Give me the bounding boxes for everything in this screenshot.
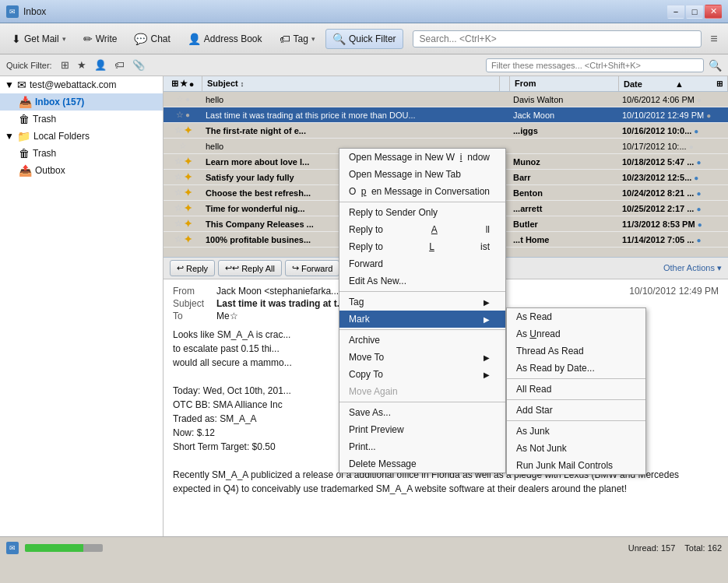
star-empty: ☆ [174, 125, 182, 135]
subject-value: Last time it was trading at t... [216, 298, 345, 309]
star-filled: ✦ [184, 218, 192, 230]
reply-all-button[interactable]: ↩↩ Reply All [218, 260, 282, 276]
status-icon: ✉ [6, 542, 19, 554]
col-header-date[interactable]: Date ▲ ⊞ [619, 76, 728, 91]
titlebar: ✉ Inbox − □ ✕ [0, 0, 728, 23]
get-mail-button[interactable]: ⬇ Get Mail ▾ [5, 29, 73, 49]
ctx-print-preview[interactable]: Print Preview [339, 421, 505, 438]
window-title: Inbox [23, 6, 46, 17]
filter-messages-input[interactable] [486, 58, 704, 72]
forward-icon: ↪ [292, 263, 299, 273]
trash-account-icon: 🗑 [19, 113, 30, 125]
local-folders-label: Local Folders [33, 131, 90, 142]
quick-filter-button[interactable]: 🔍 Quick Filter [325, 29, 403, 49]
mark-submenu: As Read As Unread Thread As Read As Read… [506, 307, 646, 475]
ctx-reply-list[interactable]: Reply to List [339, 238, 505, 255]
chat-button[interactable]: 💬 Chat [127, 29, 177, 49]
row-flags: ☆ ✦ [164, 216, 202, 231]
ctx-copy-to[interactable]: Copy To ▶ [339, 366, 505, 383]
ctx-tag[interactable]: Tag ▶ [339, 293, 505, 311]
ctx-print[interactable]: Print... [339, 438, 505, 455]
email-row[interactable]: ☆ ● hello Davis Walton 10/6/2012 4:06 PM… [164, 92, 728, 107]
col-header-pin [500, 76, 510, 91]
ctx-save-as[interactable]: Save As... [339, 404, 505, 421]
mark-as-junk[interactable]: As Junk [507, 423, 645, 440]
ctx-edit-as-new[interactable]: Edit As New... [339, 272, 505, 290]
toolbar-menu-button[interactable]: ≡ [705, 29, 723, 49]
sidebar-outbox[interactable]: 📤 Outbox [0, 162, 163, 179]
unread-count: Unread: 157 [628, 543, 676, 553]
qf-tag-icon[interactable]: 🏷 [112, 58, 127, 72]
qf-star-icon[interactable]: ★ [75, 58, 89, 72]
window-controls: − □ ✕ [667, 5, 722, 19]
maximize-button[interactable]: □ [686, 5, 703, 19]
outbox-icon: 📤 [19, 164, 32, 177]
row-date: 10/25/2012 2:17 ... ● [619, 202, 728, 215]
row-subject: The first-rate night of e... [202, 125, 504, 137]
col-header-from[interactable]: From [510, 76, 619, 91]
mark-as-read[interactable]: As Read [507, 308, 645, 325]
row-pin [504, 98, 510, 101]
get-mail-dropdown-arrow: ▾ [62, 35, 66, 43]
sidebar-inbox[interactable]: 📥 Inbox (157) [0, 93, 163, 111]
app-icon: ✉ [6, 5, 19, 18]
run-junk-mail-controls[interactable]: Run Junk Mail Controls [507, 457, 645, 474]
ctx-open-new-window[interactable]: Open Message in New Window [339, 149, 505, 166]
sort-icon: ↕ [241, 80, 244, 88]
row-from: Davis Walton [510, 93, 619, 106]
col-header-subject[interactable]: Subject ↕ [202, 76, 500, 91]
quick-filter-icon: 🔍 [332, 33, 346, 45]
row-subject: hello [202, 93, 504, 106]
row-date: 10/10/2012 12:49 PM ● [619, 109, 728, 121]
row-flags: ☆ ✦ [164, 170, 202, 184]
reply-button[interactable]: ↩ Reply [170, 260, 215, 276]
tag-button[interactable]: 🏷 Tag ▾ [273, 29, 322, 49]
qf-contact-icon[interactable]: 👤 [92, 58, 109, 72]
sidebar-trash-account[interactable]: 🗑 Trash [0, 111, 163, 128]
row-flags: ☆ ✦ [164, 201, 202, 216]
row-flags: ☆ ✦ [164, 185, 202, 200]
total-count: Total: 162 [684, 543, 722, 553]
row-from: Jack Moon [510, 109, 619, 121]
qf-attachment-icon[interactable]: 📎 [130, 58, 147, 72]
filter-search-icon[interactable]: 🔍 [709, 59, 722, 72]
close-button[interactable]: ✕ [705, 5, 722, 19]
sort-indicator: ⊞ [171, 79, 178, 89]
mark-add-star[interactable]: Add Star [507, 402, 645, 419]
ctx-archive[interactable]: Archive [339, 332, 505, 349]
ctx-open-conversation[interactable]: Open Message in Conversation [339, 183, 505, 200]
email-row[interactable]: ☆ ✦ The first-rate night of e... ...iggs… [164, 123, 728, 139]
row-date: 10/16/2012 10:0... ● [619, 125, 728, 137]
main-toolbar: ⬇ Get Mail ▾ ✏ Write 💬 Chat 👤 Address Bo… [0, 23, 728, 54]
email-row[interactable]: ☆ ● Last time it was trading at this pri… [164, 107, 728, 123]
sidebar-account[interactable]: ▼ ✉ test@webattack.com [0, 76, 163, 93]
ctx-open-new-tab[interactable]: Open Message in New Tab [339, 166, 505, 183]
ctx-mark[interactable]: Mark ▶ [339, 311, 505, 328]
mark-as-unread[interactable]: As Unread [507, 325, 645, 342]
inbox-icon: 📥 [19, 96, 32, 108]
row-flags: ☆ [164, 139, 202, 153]
mark-thread-as-read[interactable]: Thread As Read [507, 342, 645, 360]
forward-button[interactable]: ↪ Forward [285, 260, 339, 276]
ctx-reply-all[interactable]: Reply to All [339, 221, 505, 238]
ctx-sep3 [339, 329, 505, 330]
search-input[interactable] [413, 30, 702, 47]
mark-as-not-junk[interactable]: As Not Junk [507, 440, 645, 457]
star-empty: ☆ [176, 110, 184, 120]
ctx-reply-sender[interactable]: Reply to Sender Only [339, 204, 505, 221]
sidebar-local-folders[interactable]: ▼ 📁 Local Folders [0, 128, 163, 145]
minimize-button[interactable]: − [667, 5, 684, 19]
mark-all-read[interactable]: All Read [507, 381, 645, 398]
read-header: ● [189, 79, 195, 89]
star-empty: ☆ [174, 219, 182, 229]
other-actions-button[interactable]: Other Actions ▾ [663, 263, 722, 273]
qf-all-icon[interactable]: ⊞ [58, 58, 72, 72]
write-button[interactable]: ✏ Write [76, 29, 125, 49]
ctx-delete-message[interactable]: Delete Message [339, 455, 505, 472]
mark-as-read-by-date[interactable]: As Read by Date... [507, 360, 645, 377]
ctx-forward[interactable]: Forward [339, 255, 505, 272]
email-date: 10/10/2012 12:49 PM [629, 286, 719, 297]
address-book-button[interactable]: 👤 Address Book [181, 29, 269, 49]
sidebar-trash-local[interactable]: 🗑 Trash [0, 145, 163, 162]
ctx-move-to[interactable]: Move To ▶ [339, 349, 505, 366]
